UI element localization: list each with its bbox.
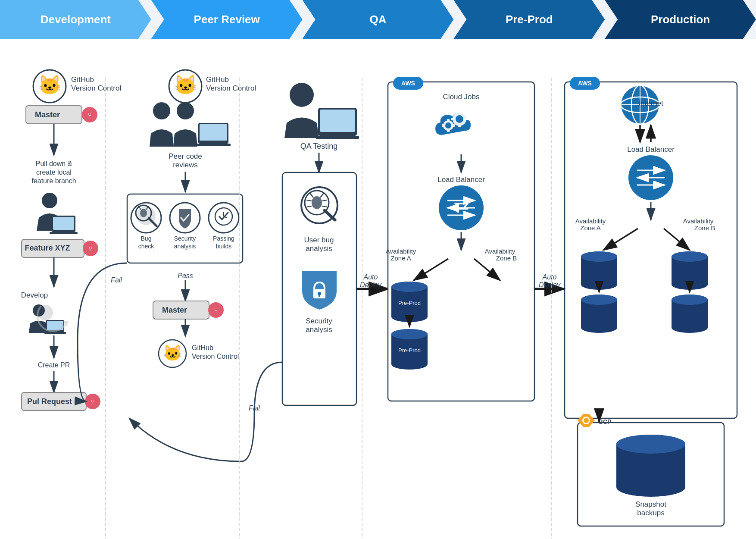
dev-master-label: Master <box>35 110 60 119</box>
svg-text:⇄: ⇄ <box>453 195 469 216</box>
svg-rect-53 <box>320 110 355 132</box>
prod-aws-label: AWS <box>578 80 592 87</box>
svg-rect-79 <box>451 118 454 120</box>
peer-pass-label: Pass <box>178 272 193 279</box>
preprod-zone-a2-label: Zone A <box>390 254 411 262</box>
svg-text:⑂: ⑂ <box>88 112 91 119</box>
prod-db-a2 <box>581 295 617 333</box>
preprod-zone-a-label: Availability <box>386 248 416 255</box>
peer-github-label: GitHub <box>206 75 229 84</box>
svg-point-70 <box>445 122 451 128</box>
svg-rect-77 <box>458 111 461 113</box>
svg-point-123 <box>584 418 589 423</box>
prod-snapshot-db <box>616 435 685 497</box>
peer-code-reviews-label: Peer code <box>169 152 202 160</box>
stage-preprod: Pre-Prod <box>453 0 605 39</box>
preprod-db-a1-label: Pre-Prod <box>398 300 421 306</box>
svg-point-120 <box>672 295 708 305</box>
svg-rect-17 <box>44 332 66 334</box>
prod-lb-icon <box>628 155 673 200</box>
dev-develop-label: Develop <box>21 291 48 299</box>
dev-loop-icon <box>29 304 69 334</box>
qa-fail-path <box>129 362 282 461</box>
peer-version-control-label: Version Control <box>206 84 256 92</box>
svg-text:Passing: Passing <box>213 235 234 242</box>
svg-rect-80 <box>465 118 468 120</box>
svg-point-112 <box>581 295 617 305</box>
preprod-db-a2: Pre-Prod <box>391 329 428 370</box>
prod-db-a1 <box>581 251 617 290</box>
stage-peer-review: Peer Review <box>151 0 303 39</box>
dev-pullrequest-label: Pul Request <box>27 397 72 406</box>
svg-rect-71 <box>447 119 450 121</box>
svg-point-58 <box>312 196 322 209</box>
dev-version-control-label: Version Control <box>71 84 121 92</box>
peer-github2-label: GitHub <box>192 344 213 351</box>
auto-deploy-1b-label: Deploy <box>360 281 382 288</box>
svg-point-127 <box>616 435 685 454</box>
dev-create-label: create local <box>36 169 72 176</box>
stage-production: Production <box>605 0 756 39</box>
svg-point-126 <box>616 478 685 497</box>
svg-text:⑂: ⑂ <box>214 307 218 314</box>
svg-rect-78 <box>458 125 461 127</box>
prod-zone-a2-label: Zone A <box>580 224 601 232</box>
svg-text:builds: builds <box>216 243 232 250</box>
svg-point-116 <box>672 251 708 262</box>
svg-point-108 <box>581 251 617 262</box>
auto-deploy-2b-label: Deploy <box>539 281 561 288</box>
svg-point-111 <box>581 323 617 333</box>
stage-qa: QA <box>303 0 454 39</box>
svg-text:analysis: analysis <box>174 243 196 250</box>
qa-fail-label: Fail <box>249 404 260 412</box>
peer-version2-label: Version Control <box>192 353 239 360</box>
svg-point-119 <box>672 323 708 333</box>
qa-security-label2: analysis <box>306 326 332 334</box>
svg-point-93 <box>391 329 428 339</box>
preprod-db-a2-label: Pre-Prod <box>398 347 421 354</box>
preprod-cloud-jobs-label: Cloud Jobs <box>443 93 479 101</box>
qa-tester-icon <box>284 83 359 139</box>
dev-feature-label: Feature XYZ <box>25 244 70 252</box>
auto-deploy-2-label: Auto <box>542 273 557 281</box>
preprod-db-a1: Pre-Prod <box>391 282 428 322</box>
svg-text:Bug: Bug <box>141 235 152 242</box>
svg-point-7 <box>42 193 57 208</box>
svg-text:🐱: 🐱 <box>174 74 197 96</box>
preprod-lb-icon: ⇄ <box>439 185 484 230</box>
preprod-lb-label: Load Balancer <box>437 175 485 184</box>
prod-zone-a-label: Availability <box>575 217 606 225</box>
prod-snapshot-label1: Snapshot <box>635 500 666 508</box>
svg-rect-26 <box>200 124 227 141</box>
gcp-label: GCP <box>598 418 611 425</box>
svg-rect-74 <box>453 124 455 127</box>
qa-user-bug-label2: analysis <box>306 244 332 253</box>
auto-deploy-1-label: Auto <box>363 273 378 281</box>
svg-point-23 <box>153 102 170 119</box>
svg-text:⑂: ⑂ <box>89 245 92 252</box>
prod-db-b1 <box>672 251 708 290</box>
qa-user-bug-label1: User bug <box>304 236 334 244</box>
svg-point-24 <box>177 102 194 119</box>
peer-checks-box: Bug check Security analysis Passing buil… <box>127 194 243 263</box>
svg-point-33 <box>140 209 147 217</box>
qa-testing-label: QA Testing <box>300 142 338 150</box>
svg-text:check: check <box>138 243 155 250</box>
stage-development: Development <box>0 0 151 39</box>
svg-rect-27 <box>196 144 231 146</box>
dev-developer-icon <box>37 193 78 234</box>
dev-github-label: GitHub <box>71 75 94 84</box>
prod-db-b2 <box>672 295 708 333</box>
prod-zone-b2-label: Zone B <box>694 224 715 232</box>
svg-rect-67 <box>319 294 320 297</box>
pipeline-header: Development Peer Review QA Pre-Prod Prod… <box>0 0 756 39</box>
svg-point-51 <box>290 83 314 107</box>
preprod-zone-b-label: Availability <box>485 248 515 255</box>
prod-internet-label: Internet <box>638 99 663 107</box>
svg-rect-10 <box>50 232 78 234</box>
svg-rect-73 <box>442 124 444 127</box>
peer-reviews-label: reviews <box>173 161 198 169</box>
svg-text:Security: Security <box>174 235 196 242</box>
svg-point-89 <box>391 282 428 292</box>
svg-rect-72 <box>447 130 450 132</box>
